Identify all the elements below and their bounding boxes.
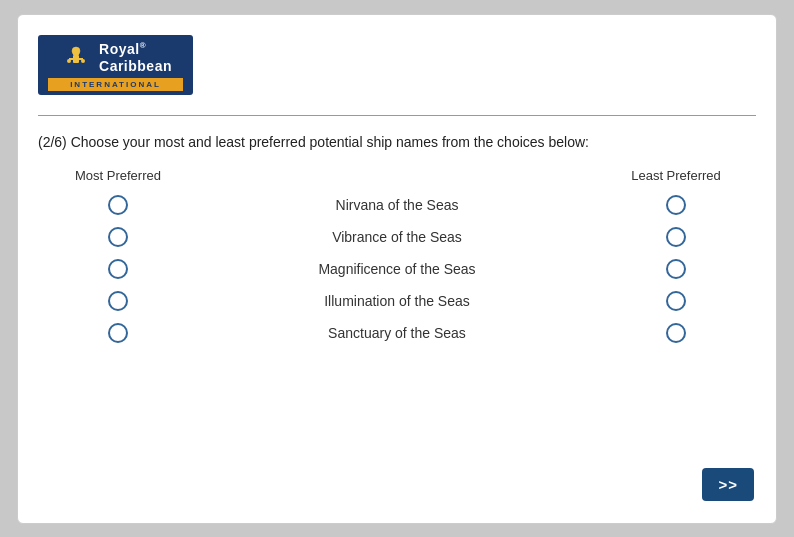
svg-point-5 [67,59,71,63]
option-row-nirvana: Nirvana of the Seas [38,191,756,219]
logo-international-text: INTERNATIONAL [48,78,183,91]
least-radio-nirvana[interactable] [666,195,686,215]
crown-icon [59,41,93,75]
least-radio-cell-vibrance[interactable] [596,227,756,247]
logo-area: Royal® Caribbean INTERNATIONAL [38,35,756,95]
most-radio-sanctuary[interactable] [108,323,128,343]
option-label-vibrance: Vibrance of the Seas [198,229,596,245]
least-radio-cell-sanctuary[interactable] [596,323,756,343]
most-radio-nirvana[interactable] [108,195,128,215]
options-list: Nirvana of the Seas Vibrance of the Seas… [38,191,756,347]
option-row-magnificence: Magnificence of the Seas [38,255,756,283]
least-radio-cell-nirvana[interactable] [596,195,756,215]
logo-caribbean-text: Caribbean [99,58,172,75]
most-radio-magnificence[interactable] [108,259,128,279]
most-radio-cell-vibrance[interactable] [38,227,198,247]
option-label-nirvana: Nirvana of the Seas [198,197,596,213]
most-radio-cell-nirvana[interactable] [38,195,198,215]
option-label-sanctuary: Sanctuary of the Seas [198,325,596,341]
most-radio-cell-sanctuary[interactable] [38,323,198,343]
most-radio-illumination[interactable] [108,291,128,311]
survey-container: Royal® Caribbean INTERNATIONAL (2/6) Cho… [17,14,777,524]
most-radio-cell-magnificence[interactable] [38,259,198,279]
option-label-illumination: Illumination of the Seas [198,293,596,309]
least-radio-cell-illumination[interactable] [596,291,756,311]
svg-point-6 [81,59,85,63]
option-row-illumination: Illumination of the Seas [38,287,756,315]
least-radio-cell-magnificence[interactable] [596,259,756,279]
next-button[interactable]: >> [702,468,754,501]
most-radio-cell-illumination[interactable] [38,291,198,311]
option-label-magnificence: Magnificence of the Seas [198,261,596,277]
logo-royal-text: Royal® [99,41,172,58]
option-row-vibrance: Vibrance of the Seas [38,223,756,251]
logo-box: Royal® Caribbean INTERNATIONAL [38,35,193,95]
least-preferred-header: Least Preferred [596,168,756,183]
most-radio-vibrance[interactable] [108,227,128,247]
column-headers: Most Preferred Least Preferred [38,168,756,183]
least-radio-illumination[interactable] [666,291,686,311]
most-preferred-header: Most Preferred [38,168,198,183]
least-radio-vibrance[interactable] [666,227,686,247]
header-divider [38,115,756,116]
question-text: (2/6) Choose your most and least preferr… [38,134,756,150]
option-row-sanctuary: Sanctuary of the Seas [38,319,756,347]
logo-text-group: Royal® Caribbean [99,41,172,75]
least-radio-sanctuary[interactable] [666,323,686,343]
least-radio-magnificence[interactable] [666,259,686,279]
